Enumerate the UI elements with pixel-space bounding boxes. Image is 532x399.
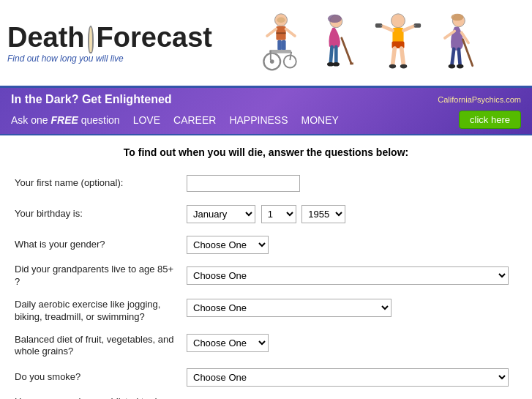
header-characters [212, 12, 525, 74]
drugs-label: Have you ever been addicted to drugs or [15, 396, 187, 399]
grandparents-select[interactable]: Choose One All four Three Two One None [187, 266, 509, 285]
svg-line-41 [458, 49, 460, 66]
ad-free-label: FREE [50, 114, 78, 126]
ad-money[interactable]: MONEY [301, 114, 339, 126]
logo-subtitle: Find out how long you will live [7, 53, 212, 64]
ad-psychics-text: CaliforniaPsychics.com [438, 95, 521, 104]
name-row: Your first name (optional): [15, 171, 517, 195]
smoke-control: Choose One Yes No I quit [187, 368, 517, 387]
svg-point-36 [451, 14, 463, 20]
svg-point-33 [389, 64, 395, 69]
exercise-label: Daily aerobic exercise like jogging, bik… [15, 296, 187, 324]
svg-point-15 [327, 15, 341, 23]
grandparents-label: Did your grandparents live to age 85+ ? [15, 264, 187, 288]
birthday-month-select[interactable]: JanuaryFebruaryMarchApril MayJuneJulyAug… [187, 205, 255, 223]
gender-row: What is your gender? Choose One Male Fem… [15, 233, 517, 256]
svg-rect-7 [281, 40, 285, 51]
ad-happiness[interactable]: HAPPINESS [229, 114, 288, 126]
svg-point-34 [400, 64, 406, 69]
diet-select[interactable]: Choose One Yes No [187, 334, 269, 352]
svg-rect-3 [276, 32, 285, 34]
svg-point-22 [391, 14, 405, 28]
logo-title: Death ‿ Forecast [7, 22, 212, 53]
smoke-row: Do you smoke? Choose One Yes No I quit [15, 365, 517, 389]
svg-line-5 [285, 29, 294, 36]
header: Death ‿ Forecast Find out how long you w… [0, 0, 532, 88]
svg-line-32 [401, 48, 403, 66]
ad-ask-label: Ask one FREE question [11, 114, 120, 126]
logo-death: Death [7, 22, 85, 53]
skull-icon: ‿ [88, 26, 94, 53]
svg-line-31 [392, 48, 394, 66]
svg-line-16 [341, 38, 351, 64]
svg-point-21 [332, 62, 339, 67]
svg-line-25 [381, 26, 392, 31]
form-title: To find out when you will die, answer th… [15, 146, 517, 158]
birthday-day-select[interactable]: 12345 678910 1112131415 1617181920 21222… [261, 205, 296, 223]
name-label: Your first name (optional): [15, 177, 187, 190]
diet-row: Balanced diet of fruit, vegetables, and … [15, 331, 517, 359]
svg-line-26 [403, 26, 415, 31]
logo-area: Death ‿ Forecast Find out how long you w… [7, 22, 212, 64]
ad-click-button[interactable]: click here [459, 111, 521, 129]
char-wheelchair [255, 12, 307, 74]
gender-select[interactable]: Choose One Male Female [187, 236, 269, 254]
birthday-row: Your birthday is: JanuaryFebruaryMarchAp… [15, 202, 517, 225]
birthday-control: JanuaryFebruaryMarchApril MayJuneJulyAug… [187, 205, 517, 223]
ad-career[interactable]: CAREER [173, 114, 216, 126]
char-muscular-man [372, 12, 424, 74]
svg-point-1 [277, 18, 285, 23]
svg-line-18 [330, 47, 331, 64]
char-old-lady [431, 12, 482, 74]
smoke-label: Do you smoke? [15, 371, 187, 384]
exercise-control: Choose One Never 1-2 times/week 3-4 time… [187, 296, 517, 317]
smoke-select[interactable]: Choose One Yes No I quit [187, 368, 509, 387]
birthday-year-select[interactable]: 1955195419531952 1960196519701975 198019… [301, 205, 345, 223]
name-control [187, 175, 517, 192]
exercise-row: Daily aerobic exercise like jogging, bik… [15, 296, 517, 324]
gender-label: What is your gender? [15, 239, 187, 251]
svg-line-40 [452, 49, 454, 66]
grandparents-row: Did your grandparents live to age 85+ ? … [15, 264, 517, 288]
svg-point-43 [457, 64, 463, 69]
gender-control: Choose One Male Female [187, 236, 517, 254]
svg-rect-11 [269, 50, 291, 53]
exercise-select[interactable]: Choose One Never 1-2 times/week 3-4 time… [187, 299, 391, 317]
ad-banner: In the Dark? Get Enlightened CaliforniaP… [0, 88, 532, 135]
svg-rect-6 [277, 40, 282, 51]
svg-line-4 [267, 29, 276, 36]
ad-enlightened-text: In the Dark? Get Enlightened [11, 93, 172, 106]
diet-control: Choose One Yes No [187, 331, 517, 352]
char-hunched-lady [314, 12, 365, 74]
grandparents-control: Choose One All four Three Two One None [187, 266, 517, 285]
ad-love[interactable]: LOVE [133, 114, 160, 126]
main-form-area: To find out when you will die, answer th… [0, 135, 532, 399]
name-input[interactable] [187, 175, 300, 192]
ad-question-label: question [81, 114, 120, 126]
logo-forecast: Forecast [97, 22, 212, 53]
drugs-row: Have you ever been addicted to drugs or … [15, 396, 517, 399]
svg-point-42 [448, 64, 454, 69]
diet-label: Balanced diet of fruit, vegetables, and … [15, 331, 187, 359]
birthday-label: Your birthday is: [15, 208, 187, 220]
